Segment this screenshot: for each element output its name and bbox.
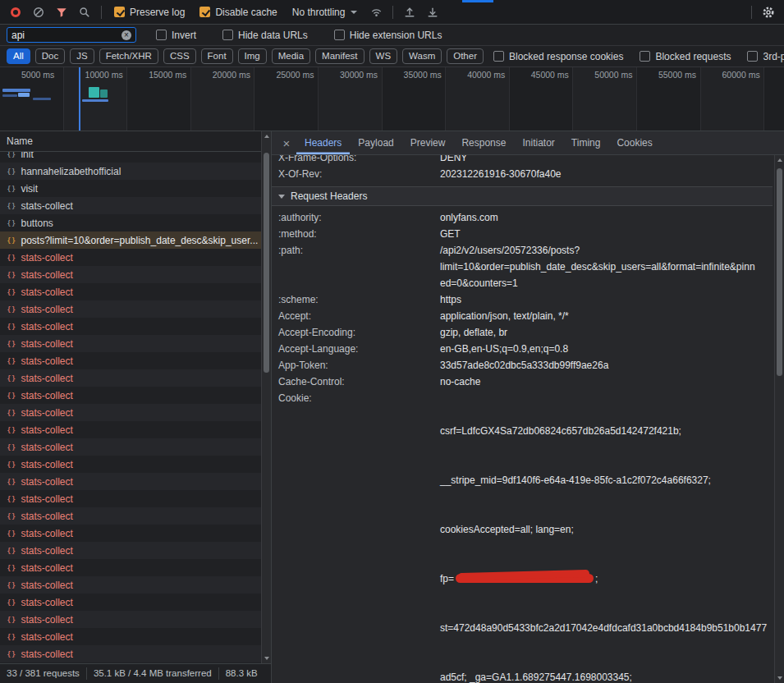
request-row[interactable]: {} init — [0, 152, 271, 163]
details-tabs: HeadersPayloadPreviewResponseInitiatorTi… — [296, 131, 661, 154]
scrollbar-thumb[interactable] — [777, 168, 782, 376]
name-column-header[interactable]: Name — [0, 131, 271, 152]
filter-toggle-checkbox[interactable]: Blocked requests — [640, 51, 731, 62]
request-row[interactable]: {} stats-collect — [0, 335, 271, 352]
type-filter-chip[interactable]: Font — [201, 48, 233, 64]
request-row[interactable]: {} stats-collect — [0, 456, 271, 473]
request-name: stats-collect — [21, 373, 84, 384]
details-tab[interactable]: Initiator — [514, 131, 562, 154]
filter-button[interactable] — [51, 2, 72, 23]
type-filter-chip[interactable]: Other — [447, 48, 484, 64]
record-button[interactable] — [5, 2, 26, 23]
request-name: stats-collect — [21, 631, 84, 643]
request-row[interactable]: {} stats-collect — [0, 628, 271, 645]
header-value: no-cache — [440, 374, 480, 390]
clear-filter-icon[interactable]: × — [121, 30, 131, 40]
export-har-button[interactable] — [422, 2, 443, 23]
request-row[interactable]: {} stats-collect — [0, 490, 271, 507]
request-row[interactable]: {} stats-collect — [0, 542, 271, 559]
request-row[interactable]: {} stats-collect — [0, 525, 271, 542]
filter-input[interactable]: api × — [7, 27, 136, 43]
throttling-dropdown[interactable]: No throttling — [292, 7, 358, 18]
request-row[interactable]: {} stats-collect — [0, 559, 271, 576]
request-row[interactable]: {} stats-collect — [0, 352, 271, 369]
scroll-up-icon[interactable] — [777, 155, 782, 165]
type-filter-chip[interactable]: CSS — [163, 48, 196, 64]
timeline-column: 20000 ms — [191, 67, 255, 131]
details-tab[interactable]: Timing — [563, 131, 609, 154]
details-tab[interactable]: Payload — [350, 131, 401, 154]
request-row[interactable]: {} stats-collect — [0, 266, 271, 283]
type-filter-chip[interactable]: WS — [369, 48, 398, 64]
timeline-grid: 5000 ms10000 ms15000 ms20000 ms25000 ms3… — [0, 67, 784, 131]
filter-toggle-checkbox[interactable]: Blocked response cookies — [493, 51, 623, 62]
request-row[interactable]: {} stats-collect — [0, 387, 271, 404]
type-filter-chip[interactable]: Fetch/XHR — [99, 48, 158, 64]
script-file-icon: {} — [7, 563, 16, 572]
header-name: Accept-Language: — [278, 341, 440, 357]
type-filter-chip[interactable]: Doc — [35, 48, 65, 64]
request-row[interactable]: {} stats-collect — [0, 594, 271, 611]
import-har-button[interactable] — [399, 2, 420, 23]
type-filter-chip[interactable]: Wasm — [402, 48, 442, 64]
hide-data-urls-label: Hide data URLs — [238, 30, 308, 41]
request-row[interactable]: {} stats-collect — [0, 197, 271, 214]
preserve-log-checkbox[interactable]: Preserve log — [114, 7, 185, 18]
request-row[interactable]: {} stats-collect — [0, 283, 271, 300]
type-filter-chip[interactable]: All — [7, 48, 30, 64]
request-row[interactable]: {} stats-collect — [0, 318, 271, 335]
script-file-icon: {} — [7, 460, 16, 469]
request-row[interactable]: {} stats-collect — [0, 421, 271, 438]
network-conditions-button[interactable] — [365, 2, 387, 23]
filter-toggles: Blocked response cookies Blocked request… — [487, 51, 784, 62]
request-row[interactable]: {} buttons — [0, 214, 271, 231]
request-row[interactable]: {} stats-collect — [0, 611, 271, 628]
filter-toggle-checkbox[interactable]: 3rd-party requests — [747, 51, 784, 62]
search-button[interactable] — [74, 2, 95, 23]
type-filter-chip[interactable]: JS — [70, 48, 94, 64]
timeline-column: 25000 ms — [254, 67, 319, 131]
timeline-overview[interactable]: 5000 ms10000 ms15000 ms20000 ms25000 ms3… — [0, 67, 784, 131]
scrollbar-thumb[interactable] — [264, 153, 269, 373]
request-row[interactable]: {} stats-collect — [0, 507, 271, 525]
request-row[interactable]: {} stats-collect — [0, 438, 271, 456]
checkbox-unchecked-icon — [640, 51, 650, 62]
time-tick-label: 45000 ms — [510, 70, 573, 80]
request-headers-section[interactable]: Request Headers — [272, 186, 773, 206]
details-tab[interactable]: Headers — [296, 131, 350, 154]
request-row[interactable]: {} stats-collect — [0, 249, 271, 266]
request-row[interactable]: {} stats-collect — [0, 300, 271, 318]
scroll-up-icon[interactable] — [264, 131, 269, 141]
disable-cache-checkbox[interactable]: Disable cache — [199, 7, 277, 18]
expand-triangle-icon — [278, 195, 285, 199]
details-tab[interactable]: Cookies — [608, 131, 660, 154]
script-file-icon: {} — [7, 305, 16, 314]
transferred-size: 35.1 kB / 4.4 MB transferred — [87, 667, 219, 680]
hide-extension-urls-checkbox[interactable]: Hide extension URLs — [334, 30, 442, 41]
type-filter-chip[interactable]: Media — [272, 48, 310, 64]
scroll-down-icon[interactable] — [777, 673, 782, 683]
invert-checkbox[interactable]: Invert — [156, 30, 196, 41]
request-list-scrollbar[interactable] — [261, 131, 271, 663]
type-filter-chip[interactable]: Img — [238, 48, 267, 64]
scroll-down-icon[interactable] — [264, 653, 269, 663]
request-row[interactable]: {} stats-collect — [0, 645, 271, 662]
details-tab[interactable]: Response — [453, 131, 514, 154]
type-filter-chip[interactable]: Manifest — [315, 48, 364, 64]
request-name: stats-collect — [21, 304, 84, 315]
clear-button[interactable] — [28, 2, 49, 23]
request-row[interactable]: {} stats-collect — [0, 473, 271, 490]
request-row[interactable]: {} stats-collect — [0, 576, 271, 594]
request-row[interactable]: {} stats-collect — [0, 404, 271, 421]
details-tab[interactable]: Preview — [402, 131, 454, 154]
request-row[interactable]: {} visit — [0, 180, 271, 197]
request-row[interactable]: {} posts?limit=10&order=publish_date_des… — [0, 231, 271, 249]
details-scrollbar[interactable] — [774, 155, 784, 683]
hide-data-urls-checkbox[interactable]: Hide data URLs — [222, 30, 308, 41]
request-row[interactable]: {} hannahelizabethofficial — [0, 163, 271, 180]
request-row[interactable]: {} stats-collect — [0, 369, 271, 387]
close-details-icon[interactable]: × — [277, 136, 296, 150]
settings-gear-button[interactable] — [758, 2, 779, 23]
header-name: Accept: — [278, 308, 440, 324]
checkbox-unchecked-icon — [493, 51, 504, 62]
